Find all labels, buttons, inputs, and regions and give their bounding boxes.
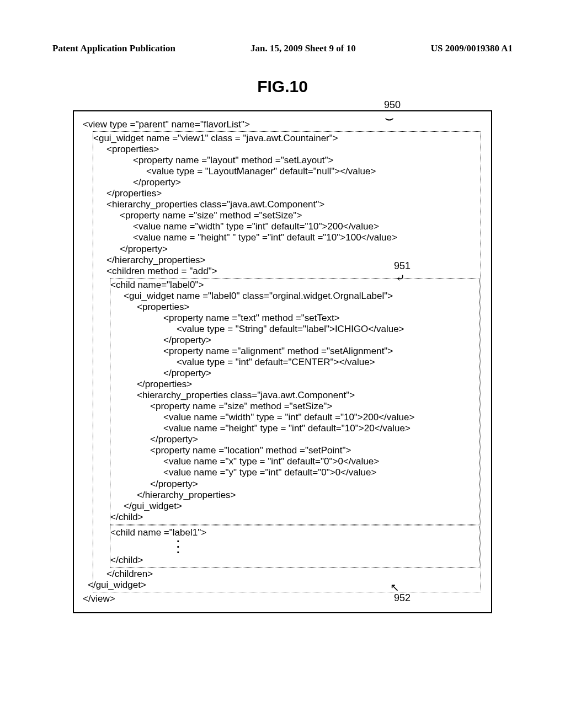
- code-line: <property name ="location" method ="setP…: [150, 445, 479, 456]
- figure-title: FIG.10: [0, 77, 565, 96]
- code-line: <value name ="width" type = "int" defaul…: [163, 412, 479, 423]
- code-line: </properties>: [106, 188, 481, 199]
- code-line: <property name ="text" method ="setText>: [163, 313, 479, 324]
- code-line: <property name ="size" method ="setSize"…: [120, 210, 481, 221]
- code-line: </property>: [150, 479, 479, 490]
- code-box: <view type ="parent" name="flavorList"> …: [73, 110, 492, 613]
- code-line: </property>: [163, 368, 479, 379]
- header-left: Patent Application Publication: [52, 43, 175, 54]
- code-line: <value type = "LayoutManager" default="n…: [146, 166, 481, 177]
- code-line: </view>: [83, 593, 482, 604]
- code-line: <property name ="layout" method ="setLay…: [133, 155, 481, 166]
- code-line: </property>: [120, 244, 481, 255]
- page: Patent Application Publication Jan. 15, …: [0, 0, 565, 728]
- code-line: <gui_widget name ="view1" class = "java.…: [93, 133, 481, 144]
- code-line: <property name ="alignment" method ="set…: [163, 346, 479, 357]
- code-line: <property name ="size" method ="setSize"…: [150, 401, 479, 412]
- header-right: US 2009/0019380 A1: [431, 43, 513, 54]
- code-line: <children method = "add">: [106, 266, 481, 277]
- code-line: </gui_widget>: [88, 580, 481, 591]
- header-center: Jan. 15, 2009 Sheet 9 of 10: [250, 43, 356, 54]
- code-line: <view type ="parent" name="flavorList">: [83, 119, 482, 130]
- code-line: </property>: [163, 335, 479, 346]
- code-line: </property>: [133, 177, 481, 188]
- code-line: </hierarchy_properties>: [137, 490, 479, 501]
- code-line: <properties>: [137, 302, 479, 313]
- code-line: </children>: [106, 569, 481, 580]
- code-line: <gui_widget name ="label0" class="orgina…: [124, 291, 479, 302]
- code-line: </gui_widget>: [124, 501, 479, 512]
- code-line: <value name ="y" type ="int" default="0"…: [163, 467, 479, 478]
- code-line: </hierarchy_properties>: [106, 255, 481, 266]
- code-line: <value name ="width" type ="int" default…: [133, 221, 481, 232]
- code-line: </properties>: [137, 379, 479, 390]
- callout-950: 950: [384, 99, 401, 111]
- code-line: <hierarchy_properties class="java.awt.Co…: [106, 199, 481, 210]
- code-line: <value name ="x" type = "int" default="0…: [163, 456, 479, 467]
- code-line: <value name ="height" type = "int" defau…: [163, 423, 479, 434]
- code-line: <properties>: [106, 144, 481, 155]
- code-line: </child>: [110, 512, 479, 523]
- code-line: </property>: [150, 434, 479, 445]
- vertical-ellipsis: ···: [177, 538, 479, 555]
- code-line: <value type = "int" default="CENTER"></v…: [177, 357, 479, 368]
- code-line: </child>: [110, 555, 479, 566]
- region-952: <child name ="label1"> ··· </child>: [110, 526, 479, 568]
- code-line: <value type = "String" default="label">I…: [177, 324, 479, 335]
- region-951: <child name="label0"> <gui_widget name =…: [110, 278, 479, 524]
- page-header: Patent Application Publication Jan. 15, …: [52, 43, 513, 54]
- code-line: <hierarchy_properties class="java.awt.Co…: [137, 390, 479, 401]
- region-950: <gui_widget name ="view1" class = "java.…: [93, 131, 481, 592]
- code-line: <child name ="label1">: [110, 527, 479, 538]
- code-line: <value name = "height" " type" ="int" de…: [133, 232, 481, 243]
- code-line: <child name="label0">: [110, 280, 479, 291]
